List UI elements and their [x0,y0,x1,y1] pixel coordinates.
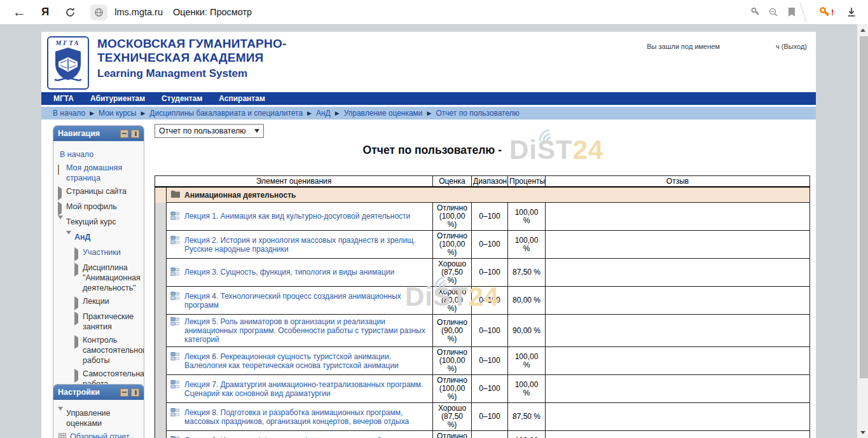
browser-toolbar: ← Я lms.mgta.ru Оценки: Просмотр ! [0,0,868,25]
block-collapse-icon[interactable] [120,130,128,138]
feedback-cell [546,431,810,438]
collapse-arrow-icon [58,408,66,420]
navigation-item[interactable]: Дисциплина "Анимационная деятельность" [74,263,141,293]
navigation-item[interactable]: Текущий курс [58,217,141,229]
yandex-browser-icon[interactable]: Я [41,6,49,18]
zoom-search-icon[interactable] [768,0,779,24]
grade-percent: (87,50 %) [436,268,469,285]
grade-item-link[interactable]: Лекция 4. Технологический процесс создан… [184,291,430,311]
grade-item-link[interactable]: Лекция 1. Анимация как вид культурно-дос… [184,210,410,222]
grade-percent: (100,00 %) [436,212,469,229]
settings-label: Обзорный отчет [70,432,130,438]
navigation-item[interactable]: Моя домашняя страница [58,163,141,183]
row-indent-cell [155,203,167,231]
breadcrumb-link[interactable]: Дисциплины бакалавриата и специалитета [149,109,303,118]
grade-percent: (100,00 %) [436,385,469,401]
password-alert-icon[interactable]: ! [819,0,834,24]
address-url[interactable]: lms.mgta.ru [114,7,163,17]
feedback-cell [546,315,810,347]
feedback-cell [546,259,810,287]
navigation-item[interactable]: Мой профиль [58,202,141,214]
breadcrumb-link[interactable]: Мои курсы [99,109,136,118]
grade-item-link[interactable]: Лекция 3. Сущность, функция, типология и… [184,266,394,278]
row-indent-cell [155,403,167,431]
percent-cell: 100,00 % [508,347,546,375]
breadcrumb: В начало▶Мои курсы▶Дисциплины бакалавриа… [41,107,816,120]
grade-item-cell: Лекция 8. Подготовка и разработка анимац… [167,403,433,431]
topnav-item[interactable]: Студентам [162,94,202,103]
lesson-icon [170,291,181,303]
bookmark-icon[interactable] [787,0,796,24]
grade-table-row: Лекция 8. Подготовка и разработка анимац… [155,403,810,431]
grade-item-link[interactable]: Лекция 2. История и хронология массовых … [184,235,430,255]
lesson-icon [170,211,181,222]
grade-cell: Хорошо(87,50 %) [433,259,472,287]
grade-table-row: Лекция 6. Рекреационная сущность туристс… [155,347,810,375]
navigation-item[interactable]: АнД [66,232,141,244]
range-cell: 0–100 [472,259,508,287]
grade-percent: (100,00 %) [436,357,469,373]
top-navigation: МГТААбитуриентамСтудентамАспирантам [41,92,816,105]
collapse-arrow-icon [58,217,66,229]
grade-cell: Отлично(100,00 %) [433,203,472,231]
navigation-item[interactable]: Страницы сайта [58,186,141,198]
lesson-icon [170,352,181,363]
navigation-item[interactable]: В начало [60,149,141,160]
page-scrollbar[interactable] [857,24,868,438]
saved-password-icon[interactable] [750,0,761,24]
col-header-feedback: Отзыв [546,176,810,188]
block-dock-icon[interactable] [131,130,139,138]
scroll-up-button[interactable] [857,24,868,36]
breadcrumb-link[interactable]: Отчет по пользователю [436,109,520,118]
navigation-label: Дисциплина "Анимационная деятельность" [83,263,141,293]
screenshot-root: ← Я lms.mgta.ru Оценки: Просмотр ! [0,0,868,438]
topnav-item[interactable]: Аспирантам [219,94,265,103]
row-indent-cell [155,315,167,347]
feedback-cell [546,231,810,259]
breadcrumb-separator-icon: ▶ [90,110,94,116]
academy-title-line3: Learning Managment System [97,67,286,80]
grade-item-link[interactable]: Лекция 9. Игра как эффективная форма ани… [184,435,430,438]
expand-arrow-icon [74,311,83,324]
block-dock-icon[interactable] [131,388,139,397]
grade-cell: Отлично(100,00 %) [433,231,472,259]
navigation-item[interactable]: Практические занятия [74,311,141,332]
report-grid-icon [58,432,67,438]
logout-link[interactable]: ч (Выход) [776,43,807,50]
academy-logo[interactable]: МГТА [47,36,89,90]
site-globe-icon[interactable] [90,4,107,20]
lesson-icon [170,267,181,278]
navigation-item[interactable]: Участники [74,247,141,259]
navigation-item[interactable]: Контроль самостоятельной работы [74,335,141,366]
breadcrumb-link[interactable]: АнД [316,109,331,118]
settings-item[interactable]: Управление оценками [58,408,141,428]
scrollbar-thumb[interactable] [860,36,868,378]
grade-item-link[interactable]: Лекция 6. Рекреационная сущность туристс… [184,351,430,371]
range-cell: 0–100 [472,431,508,438]
grade-item-link[interactable]: Лекция 8. Подготовка и разработка анимац… [184,407,430,427]
browser-back-icon[interactable]: ← [13,4,26,20]
percent-cell: 100,00 % [508,231,546,259]
percent-cell: 80,00 % [508,287,546,315]
grade-item-cell: Лекция 2. История и хронология массовых … [167,231,433,259]
download-icon[interactable] [846,0,857,24]
block-collapse-icon[interactable] [120,388,128,397]
breadcrumb-link[interactable]: Управление оценками [344,109,423,118]
grade-table-row: Лекция 2. История и хронология массовых … [155,231,810,259]
expand-arrow-icon [58,186,66,198]
topnav-item[interactable]: МГТА [53,94,74,103]
row-indent-cell [155,259,167,287]
breadcrumb-link[interactable]: В начало [53,109,85,118]
scroll-down-button[interactable] [857,427,868,438]
login-prefix: Вы зашли под именем [647,43,720,50]
breadcrumb-separator-icon: ▶ [141,110,145,116]
navigation-label: Моя домашняя страница [66,163,141,183]
settings-item[interactable]: Обзорный отчет [58,432,141,438]
collapse-arrow-icon [66,232,74,244]
topnav-item[interactable]: Абитуриентам [90,94,145,103]
grade-item-link[interactable]: Лекция 7. Драматургия анимационно-театра… [184,379,430,399]
navigation-item[interactable]: Лекции [74,296,141,308]
grade-item-link[interactable]: Лекция 5. Роль аниматоров в организации … [184,316,430,345]
grade-cell: Отлично(90,00 %) [433,315,472,347]
reload-icon[interactable] [64,6,76,18]
